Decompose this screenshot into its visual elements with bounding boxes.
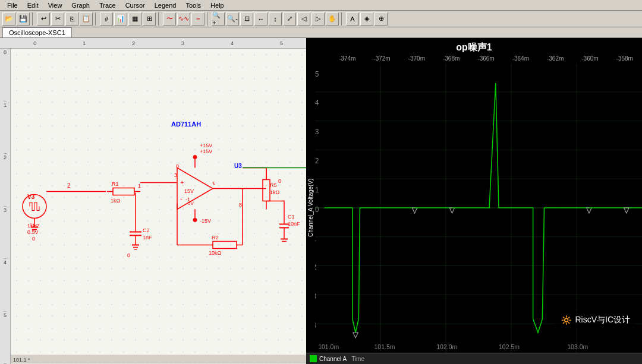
- zoom-x-btn[interactable]: ↔: [254, 12, 268, 26]
- svg-text:R2: R2: [212, 235, 219, 240]
- extra-btn[interactable]: ◈: [360, 12, 373, 26]
- svg-text:1kΩ: 1kΩ: [270, 189, 280, 195]
- toolbar-sep-5: [341, 12, 344, 26]
- wave3-btn[interactable]: ≈: [191, 12, 204, 26]
- x-label-1: -372m: [373, 55, 390, 62]
- svg-text:0: 0: [278, 178, 281, 184]
- oscilloscope-panel: op噪声1 -374m -372m -370m -368m -366m -364…: [306, 38, 642, 364]
- toolbar-sep-4: [207, 12, 209, 26]
- main-area: 0 1 2 3 4 5 0 1 2 3 4 5: [0, 38, 642, 364]
- schematic-panel[interactable]: 0 1 2 3 4 5 0 1 2 3 4 5: [0, 38, 306, 364]
- svg-text:101.1 *: 101.1 *: [13, 357, 30, 363]
- zoom-xy-btn[interactable]: ⤢: [283, 12, 296, 26]
- plot-area[interactable]: Channel_A Voltage(V): [306, 63, 642, 353]
- svg-text:5: 5: [315, 69, 319, 78]
- canvas-wrapper[interactable]: 5 4 3 2 1 0 -1 -2 -3 -4: [315, 63, 642, 353]
- menu-edit[interactable]: Edit: [23, 1, 43, 10]
- svg-text:5V: 5V: [188, 201, 194, 206]
- time-label: Time: [351, 356, 364, 362]
- x-label-3: -368m: [443, 55, 460, 62]
- text-btn[interactable]: A: [346, 12, 359, 26]
- svg-text:R1: R1: [112, 181, 119, 187]
- x-label-2: -370m: [408, 55, 425, 62]
- ruler-vertical: 0 1 2 3 4 5: [0, 49, 11, 364]
- osc-tab[interactable]: Oscilloscope-XSC1: [2, 27, 72, 37]
- zoom-next-btn[interactable]: ▷: [311, 12, 325, 26]
- oscilloscope-bottom: Channel A Time: [306, 353, 642, 364]
- x-label-6: -362m: [547, 55, 564, 62]
- table-btn[interactable]: ⊞: [143, 12, 156, 26]
- svg-text:0: 0: [32, 236, 35, 242]
- menu-file[interactable]: File: [2, 1, 23, 10]
- menu-tools[interactable]: Tools: [181, 1, 206, 10]
- zoom-out-btn[interactable]: 🔍-: [226, 12, 239, 26]
- undo-btn[interactable]: ↩: [37, 12, 50, 26]
- svg-text:3: 3: [174, 172, 177, 178]
- cut-btn[interactable]: ✂: [51, 12, 64, 26]
- menu-view[interactable]: View: [43, 1, 67, 10]
- svg-text:-1: -1: [315, 234, 316, 243]
- wave1-btn[interactable]: 〜: [163, 12, 176, 26]
- pan-btn[interactable]: ✋: [326, 12, 339, 26]
- svg-text:1: 1: [138, 183, 141, 189]
- menu-help[interactable]: Help: [206, 1, 229, 10]
- svg-text:3: 3: [315, 128, 319, 137]
- menubar: File Edit View Graph Trace Cursor Legend…: [0, 0, 642, 11]
- svg-text:C1: C1: [288, 214, 295, 220]
- svg-text:-: -: [180, 195, 182, 202]
- toolbar: 📂 💾 ↩ ✂ ⎘ 📋 # 📊 ▦ ⊞ 〜 ∿∿ ≈ 🔍+ 🔍- ⊡ ↔ ↕ ⤢…: [0, 11, 642, 27]
- paste-btn[interactable]: 📋: [80, 12, 93, 26]
- x-label-5: -364m: [512, 55, 529, 62]
- svg-text:101.5m: 101.5m: [374, 343, 395, 350]
- ruler-horizontal: 0 1 2 3 4 5: [0, 38, 306, 49]
- svg-text:2: 2: [315, 157, 319, 166]
- oscilloscope-svg: 5 4 3 2 1 0 -1 -2 -3 -4: [315, 63, 642, 353]
- svg-text:C2: C2: [143, 227, 150, 233]
- svg-point-51: [193, 219, 197, 222]
- x-label-4: -366m: [477, 55, 494, 62]
- toolbar-sep-1: [32, 12, 34, 26]
- fit-btn[interactable]: ⊡: [240, 12, 253, 26]
- schematic-svg: 2 V3 1kHz 0.5V 0 R1: [11, 49, 306, 364]
- svg-text:-3: -3: [315, 292, 316, 301]
- svg-text:1: 1: [315, 185, 319, 194]
- save-btn[interactable]: 💾: [17, 12, 30, 26]
- menu-graph[interactable]: Graph: [67, 1, 95, 10]
- chart-btn[interactable]: 📊: [114, 12, 127, 26]
- watermark: 🔆 RiscV与IC设计: [555, 311, 636, 329]
- svg-text:103.0m: 103.0m: [567, 343, 588, 350]
- zoom-y-btn[interactable]: ↕: [269, 12, 282, 26]
- wave2-btn[interactable]: ∿∿: [177, 12, 190, 26]
- svg-text:10nF: 10nF: [288, 221, 300, 227]
- channel-indicator: Channel A: [310, 355, 347, 362]
- y-axis-label: Channel_A Voltage(V): [306, 63, 315, 353]
- svg-point-47: [193, 156, 197, 159]
- menu-legend[interactable]: Legend: [150, 1, 181, 10]
- svg-rect-1: [11, 49, 306, 364]
- copy-btn[interactable]: ⎘: [65, 12, 78, 26]
- toolbar-sep-2: [95, 12, 97, 26]
- watermark-text: RiscV与IC设计: [575, 315, 630, 325]
- svg-text:102.5m: 102.5m: [499, 343, 520, 350]
- grid-btn[interactable]: #: [100, 12, 113, 26]
- x-label-8: -358m: [616, 55, 633, 62]
- zoom-prev-btn[interactable]: ◁: [297, 12, 310, 26]
- bar-btn[interactable]: ▦: [128, 12, 141, 26]
- svg-text:+15V: +15V: [200, 148, 212, 154]
- zoom-in-btn[interactable]: 🔍+: [212, 12, 225, 26]
- svg-text:V3: V3: [27, 194, 35, 200]
- svg-text:15V: 15V: [184, 188, 194, 194]
- channel-label: Channel A: [319, 356, 347, 362]
- svg-text:0: 0: [315, 205, 319, 214]
- extra2-btn[interactable]: ⊕: [374, 12, 388, 26]
- menu-cursor[interactable]: Cursor: [121, 1, 150, 10]
- svg-text:2: 2: [67, 182, 71, 189]
- open-btn[interactable]: 📂: [2, 12, 15, 26]
- svg-text:101.0m: 101.0m: [318, 343, 339, 350]
- toolbar-sep-3: [158, 12, 160, 26]
- svg-text:+: +: [180, 179, 184, 186]
- menu-trace[interactable]: Trace: [95, 1, 121, 10]
- schematic-content[interactable]: 2 V3 1kHz 0.5V 0 R1: [11, 49, 306, 364]
- svg-text:R5: R5: [270, 182, 277, 188]
- svg-text:0: 0: [176, 163, 179, 169]
